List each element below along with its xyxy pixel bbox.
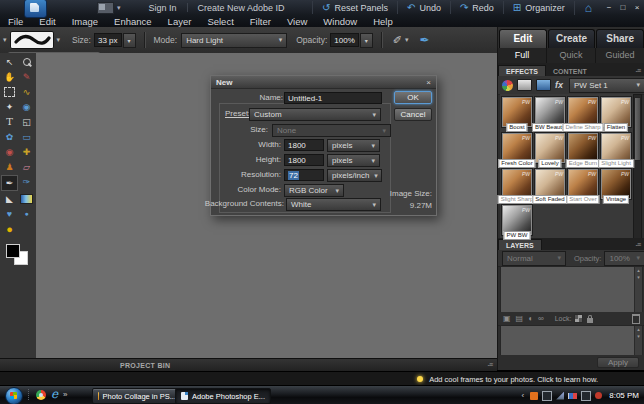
reset-panels-button[interactable]: ↺ Reset Panels	[312, 1, 397, 14]
effect-bw-beauty[interactable]: PW BW Beauty	[535, 97, 565, 133]
home-icon[interactable]: ⌂	[574, 1, 602, 15]
tab-layers[interactable]: LAYERS	[498, 239, 542, 250]
effects-scrollbar[interactable]	[633, 94, 642, 240]
name-input[interactable]: Untitled-1	[284, 92, 382, 104]
tool-presets-caret-icon[interactable]: ▾	[3, 36, 7, 44]
tab-edit[interactable]: Edit	[499, 29, 547, 48]
menu-item[interactable]: Window	[315, 16, 365, 27]
effect-vintage[interactable]: PW Vintage	[601, 169, 631, 205]
restore-button[interactable]: □	[616, 3, 630, 12]
menu-item[interactable]: File	[0, 16, 31, 27]
layer-styles-icon[interactable]	[517, 79, 532, 91]
height-unit-select[interactable]: pixels	[327, 154, 380, 167]
tray-display-icon[interactable]	[542, 391, 552, 401]
sponge-tool[interactable]: ●	[1, 222, 18, 236]
brush-picker-caret-icon[interactable]: ▾	[57, 36, 61, 44]
healing-brush-tool[interactable]: ✚	[18, 145, 35, 159]
menu-item[interactable]: Image	[64, 16, 106, 27]
subtab-full[interactable]: Full	[498, 48, 547, 63]
airbrush-icon[interactable]: ✐	[393, 34, 402, 47]
clone-stamp-tool[interactable]: ♟	[1, 160, 18, 174]
effect-start-over[interactable]: PW Start Over	[568, 169, 598, 205]
fx-icon[interactable]: fx	[555, 80, 563, 90]
tab-effects[interactable]: EFFECTS	[498, 65, 546, 76]
blur-tool[interactable]: ●	[18, 207, 35, 221]
gradient-tool[interactable]	[18, 192, 35, 206]
menu-item[interactable]: Edit	[31, 16, 63, 27]
taskbar-photo-collage[interactable]: Photo Collage in PS...	[92, 388, 182, 404]
move-tool[interactable]: ↖	[1, 55, 18, 69]
project-bin-bar[interactable]: PROJECT BIN -≡	[0, 358, 497, 372]
type-tool[interactable]: T	[1, 115, 18, 129]
ok-button[interactable]: OK	[394, 91, 432, 104]
red-eye-removal-tool[interactable]: ◉	[1, 145, 18, 159]
subtab-guided[interactable]: Guided	[596, 48, 644, 63]
menu-item[interactable]: Select	[199, 16, 241, 27]
menu-item[interactable]: Filter	[242, 16, 279, 27]
lock-all-icon[interactable]	[587, 318, 593, 323]
color-mode-select[interactable]: RGB Color	[284, 184, 344, 197]
eyedropper-tool[interactable]: ✎	[18, 70, 35, 84]
undo-button[interactable]: ↶ Undo	[397, 1, 450, 14]
browser-icon[interactable]	[36, 390, 46, 400]
tray-flag-icon[interactable]	[568, 393, 577, 399]
menu-item[interactable]: Enhance	[106, 16, 160, 27]
tray-volume-icon[interactable]	[595, 392, 602, 399]
background-contents-select[interactable]: White	[286, 198, 381, 211]
brush-size-input[interactable]: 33 px	[94, 33, 122, 47]
cancel-button[interactable]: Cancel	[394, 108, 432, 121]
resolution-unit-select[interactable]: pixels/inch	[327, 169, 382, 182]
minimize-button[interactable]: −	[602, 3, 616, 12]
layers-panel-menu-icon[interactable]: -≡	[631, 241, 644, 250]
crop-tool[interactable]: ◱	[18, 115, 35, 129]
opacity-slider-caret-icon[interactable]: ▾	[360, 33, 373, 48]
tray-collapse-icon[interactable]: ‹	[522, 391, 525, 400]
link-layers-icon[interactable]: ∞	[538, 314, 544, 323]
new-group-icon[interactable]: ▤	[516, 314, 524, 323]
create-adobe-id-link[interactable]: Create New Adobe ID	[198, 3, 285, 13]
effect-slight-sharp[interactable]: PW Slight Sharp	[502, 169, 532, 205]
width-unit-select[interactable]: pixels	[327, 139, 380, 152]
effect-pw-bw[interactable]: PW PW BW	[502, 205, 532, 241]
airbrush-caret-icon[interactable]: ▾	[405, 36, 409, 44]
project-bin-menu-icon[interactable]: -≡	[483, 361, 497, 370]
status-tip[interactable]: Add cool frames to your photos. Click to…	[429, 375, 598, 384]
magic-wand-tool[interactable]: ✦	[1, 100, 18, 114]
taskbar-clock[interactable]: 8:05 PM	[609, 391, 639, 400]
quick-selection-tool[interactable]: ◉	[18, 100, 35, 114]
paint-bucket-tool[interactable]: ◣	[1, 192, 18, 206]
size-slider-caret-icon[interactable]: ▾	[123, 33, 136, 48]
effect-define-sharp[interactable]: PW Define Sharp	[568, 97, 598, 133]
photo-effects-icon[interactable]	[536, 79, 551, 91]
effect-edge-burn[interactable]: PW Edge Burn	[568, 133, 598, 169]
redo-button[interactable]: ↷ Redo	[450, 1, 503, 14]
eraser-tool[interactable]: ▱	[18, 160, 35, 174]
brush-tool[interactable]: ✒	[1, 175, 18, 191]
tab-create[interactable]: Create	[548, 29, 596, 48]
tray-app-icon[interactable]	[530, 392, 538, 400]
height-input[interactable]: 1800	[284, 154, 324, 166]
opacity-input[interactable]: 100%	[330, 33, 358, 47]
organizer-button[interactable]: ⊞ Organizer	[503, 1, 574, 14]
lasso-tool[interactable]: ∿	[18, 85, 35, 99]
effect-lovely[interactable]: PW Lovely	[535, 133, 565, 169]
new-layer-icon[interactable]: ▣	[503, 314, 511, 323]
cookie-cutter-tool[interactable]: ✿	[1, 130, 18, 144]
menu-item[interactable]: Help	[365, 16, 401, 27]
effect-slight-light[interactable]: PW Slight Light	[601, 133, 631, 169]
panel-menu-icon[interactable]: -≡	[631, 67, 644, 76]
smart-brush-tool[interactable]: ✑	[18, 175, 35, 189]
tray-network-icon[interactable]	[556, 392, 564, 400]
effect-soft-faded[interactable]: PW Soft Faded	[535, 169, 565, 205]
menu-item[interactable]: Layer	[160, 16, 200, 27]
zoom-tool[interactable]	[18, 55, 35, 69]
apply-button[interactable]: Apply	[597, 357, 639, 368]
brush-settings-icon[interactable]: ✒	[420, 33, 430, 47]
close-button[interactable]: ×	[630, 3, 644, 12]
layers-list[interactable]: ▴▾	[500, 266, 643, 314]
layers-scrollbar[interactable]: ▴▾	[634, 267, 642, 313]
tab-content[interactable]: CONTENT	[546, 66, 594, 76]
foreground-color-swatch[interactable]	[6, 244, 20, 258]
filters-icon[interactable]	[502, 80, 513, 91]
subtab-quick[interactable]: Quick	[547, 48, 596, 63]
